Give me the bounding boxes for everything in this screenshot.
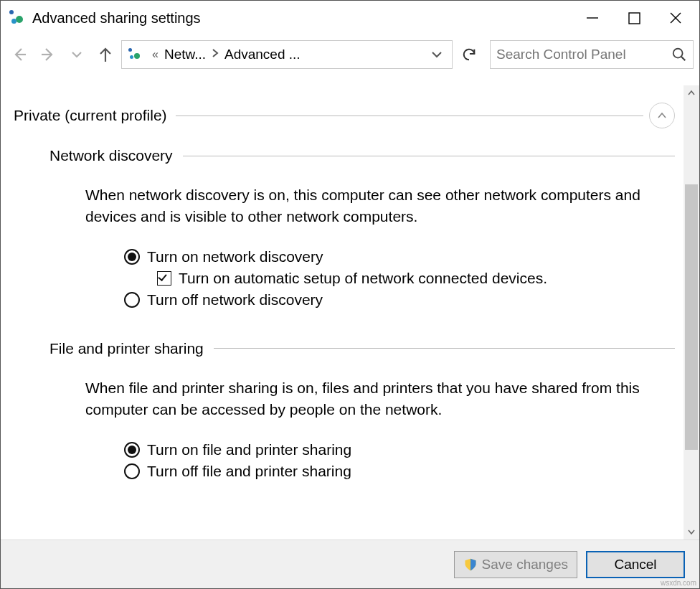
button-label: Cancel	[614, 557, 656, 572]
radio-network-discovery-on[interactable]: Turn on network discovery	[124, 248, 675, 265]
divider	[183, 156, 675, 156]
scroll-up-arrow[interactable]	[684, 85, 699, 101]
checkbox-auto-setup[interactable]: Turn on automatic setup of network conne…	[157, 270, 675, 287]
radio-icon	[124, 442, 140, 458]
radio-file-printer-off[interactable]: Turn off file and printer sharing	[124, 463, 675, 480]
svg-point-7	[673, 49, 683, 58]
radio-network-discovery-off[interactable]: Turn off network discovery	[124, 291, 675, 308]
location-icon	[128, 47, 142, 62]
forward-button[interactable]	[35, 42, 61, 67]
collapse-button[interactable]	[649, 103, 675, 128]
refresh-button[interactable]	[455, 40, 483, 69]
scroll-down-arrow[interactable]	[684, 524, 699, 539]
radio-label: Turn off file and printer sharing	[147, 463, 351, 480]
footer-bar: Save changes Cancel	[1, 539, 699, 588]
profile-header-private: Private (current profile)	[14, 103, 675, 128]
svg-line-8	[681, 57, 686, 61]
recent-locations-button[interactable]	[64, 42, 90, 67]
network-discovery-description: When network discovery is on, this compu…	[85, 184, 653, 228]
breadcrumb-item-advanced[interactable]: Advanced ...	[224, 47, 301, 62]
radio-icon	[124, 463, 140, 479]
up-button[interactable]	[93, 42, 118, 67]
search-icon[interactable]	[671, 47, 687, 62]
divider	[176, 116, 643, 116]
svg-rect-1	[629, 13, 640, 24]
profile-label: Private (current profile)	[14, 107, 176, 124]
breadcrumb-sep	[212, 48, 219, 61]
navigation-bar: « Netw... Advanced ...	[1, 35, 699, 74]
section-network-discovery: Network discovery	[49, 147, 675, 164]
window-title: Advanced sharing settings	[32, 10, 201, 27]
radio-label: Turn on file and printer sharing	[147, 441, 351, 458]
scrollbar-thumb[interactable]	[685, 184, 698, 450]
vertical-scrollbar[interactable]	[684, 85, 699, 539]
titlebar: Advanced sharing settings	[1, 1, 699, 35]
radio-label: Turn on network discovery	[147, 248, 323, 265]
app-icon	[8, 9, 27, 27]
watermark: wsxdn.com	[661, 579, 696, 587]
save-changes-button[interactable]: Save changes	[454, 551, 577, 578]
close-button[interactable]	[655, 4, 696, 32]
checkbox-icon	[157, 271, 171, 286]
checkbox-label: Turn on automatic setup of network conne…	[179, 270, 547, 287]
section-heading: Network discovery	[49, 147, 183, 164]
breadcrumb-item-network[interactable]: Netw...	[164, 47, 206, 62]
search-box[interactable]	[490, 40, 694, 69]
section-file-printer-sharing: File and printer sharing	[49, 340, 675, 357]
shield-icon	[463, 557, 478, 572]
scrollbar-track[interactable]	[684, 101, 699, 524]
radio-icon	[124, 292, 140, 308]
address-bar[interactable]: « Netw... Advanced ...	[121, 40, 453, 69]
main-content: Private (current profile) Network discov…	[1, 85, 684, 539]
button-label: Save changes	[482, 557, 568, 572]
minimize-button[interactable]	[572, 4, 613, 32]
breadcrumb-prefix: «	[152, 48, 159, 61]
file-printer-description: When file and printer sharing is on, fil…	[85, 377, 653, 421]
address-history-button[interactable]	[426, 49, 448, 60]
cancel-button[interactable]: Cancel	[586, 551, 685, 578]
search-input[interactable]	[496, 47, 671, 62]
divider	[214, 348, 675, 349]
radio-label: Turn off network discovery	[147, 291, 323, 308]
radio-icon	[124, 249, 140, 265]
section-heading: File and printer sharing	[49, 340, 214, 357]
maximize-button[interactable]	[613, 4, 655, 32]
radio-file-printer-on[interactable]: Turn on file and printer sharing	[124, 441, 675, 458]
back-button[interactable]	[6, 42, 32, 67]
